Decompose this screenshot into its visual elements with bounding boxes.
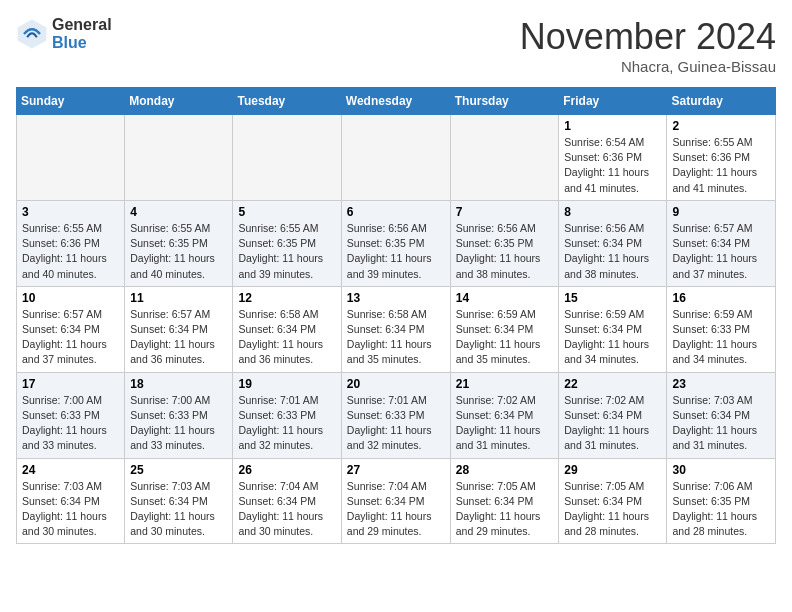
calendar-cell bbox=[125, 115, 233, 201]
day-info: Sunrise: 7:01 AM Sunset: 6:33 PM Dayligh… bbox=[347, 393, 445, 454]
day-info: Sunrise: 7:04 AM Sunset: 6:34 PM Dayligh… bbox=[347, 479, 445, 540]
day-number: 14 bbox=[456, 291, 554, 305]
day-number: 26 bbox=[238, 463, 335, 477]
day-number: 19 bbox=[238, 377, 335, 391]
day-info: Sunrise: 6:57 AM Sunset: 6:34 PM Dayligh… bbox=[130, 307, 227, 368]
calendar-week-5: 24Sunrise: 7:03 AM Sunset: 6:34 PM Dayli… bbox=[17, 458, 776, 544]
day-info: Sunrise: 7:03 AM Sunset: 6:34 PM Dayligh… bbox=[22, 479, 119, 540]
day-info: Sunrise: 6:56 AM Sunset: 6:35 PM Dayligh… bbox=[347, 221, 445, 282]
day-info: Sunrise: 6:58 AM Sunset: 6:34 PM Dayligh… bbox=[347, 307, 445, 368]
day-number: 5 bbox=[238, 205, 335, 219]
calendar-cell: 4Sunrise: 6:55 AM Sunset: 6:35 PM Daylig… bbox=[125, 200, 233, 286]
calendar-cell: 11Sunrise: 6:57 AM Sunset: 6:34 PM Dayli… bbox=[125, 286, 233, 372]
day-number: 8 bbox=[564, 205, 661, 219]
calendar-cell: 30Sunrise: 7:06 AM Sunset: 6:35 PM Dayli… bbox=[667, 458, 776, 544]
logo-general: General bbox=[52, 16, 112, 34]
calendar-cell bbox=[341, 115, 450, 201]
day-number: 2 bbox=[672, 119, 770, 133]
day-header-wednesday: Wednesday bbox=[341, 88, 450, 115]
day-number: 28 bbox=[456, 463, 554, 477]
day-info: Sunrise: 7:03 AM Sunset: 6:34 PM Dayligh… bbox=[672, 393, 770, 454]
calendar-week-4: 17Sunrise: 7:00 AM Sunset: 6:33 PM Dayli… bbox=[17, 372, 776, 458]
day-info: Sunrise: 6:58 AM Sunset: 6:34 PM Dayligh… bbox=[238, 307, 335, 368]
calendar-table: SundayMondayTuesdayWednesdayThursdayFrid… bbox=[16, 87, 776, 544]
day-header-thursday: Thursday bbox=[450, 88, 559, 115]
calendar-cell: 3Sunrise: 6:55 AM Sunset: 6:36 PM Daylig… bbox=[17, 200, 125, 286]
day-header-saturday: Saturday bbox=[667, 88, 776, 115]
calendar-cell: 22Sunrise: 7:02 AM Sunset: 6:34 PM Dayli… bbox=[559, 372, 667, 458]
day-info: Sunrise: 7:02 AM Sunset: 6:34 PM Dayligh… bbox=[456, 393, 554, 454]
day-header-sunday: Sunday bbox=[17, 88, 125, 115]
calendar-cell bbox=[233, 115, 341, 201]
calendar-cell: 17Sunrise: 7:00 AM Sunset: 6:33 PM Dayli… bbox=[17, 372, 125, 458]
day-info: Sunrise: 7:02 AM Sunset: 6:34 PM Dayligh… bbox=[564, 393, 661, 454]
calendar-cell: 16Sunrise: 6:59 AM Sunset: 6:33 PM Dayli… bbox=[667, 286, 776, 372]
day-number: 23 bbox=[672, 377, 770, 391]
day-header-tuesday: Tuesday bbox=[233, 88, 341, 115]
day-info: Sunrise: 6:55 AM Sunset: 6:35 PM Dayligh… bbox=[130, 221, 227, 282]
day-info: Sunrise: 7:05 AM Sunset: 6:34 PM Dayligh… bbox=[456, 479, 554, 540]
calendar-cell: 27Sunrise: 7:04 AM Sunset: 6:34 PM Dayli… bbox=[341, 458, 450, 544]
day-header-friday: Friday bbox=[559, 88, 667, 115]
calendar-cell: 25Sunrise: 7:03 AM Sunset: 6:34 PM Dayli… bbox=[125, 458, 233, 544]
calendar-cell: 23Sunrise: 7:03 AM Sunset: 6:34 PM Dayli… bbox=[667, 372, 776, 458]
location: Nhacra, Guinea-Bissau bbox=[520, 58, 776, 75]
day-number: 11 bbox=[130, 291, 227, 305]
calendar-cell: 13Sunrise: 6:58 AM Sunset: 6:34 PM Dayli… bbox=[341, 286, 450, 372]
calendar-cell: 2Sunrise: 6:55 AM Sunset: 6:36 PM Daylig… bbox=[667, 115, 776, 201]
calendar-cell bbox=[450, 115, 559, 201]
title-block: November 2024 Nhacra, Guinea-Bissau bbox=[520, 16, 776, 75]
day-info: Sunrise: 6:55 AM Sunset: 6:36 PM Dayligh… bbox=[672, 135, 770, 196]
calendar-cell: 6Sunrise: 6:56 AM Sunset: 6:35 PM Daylig… bbox=[341, 200, 450, 286]
calendar-cell: 8Sunrise: 6:56 AM Sunset: 6:34 PM Daylig… bbox=[559, 200, 667, 286]
calendar-cell: 7Sunrise: 6:56 AM Sunset: 6:35 PM Daylig… bbox=[450, 200, 559, 286]
day-info: Sunrise: 6:54 AM Sunset: 6:36 PM Dayligh… bbox=[564, 135, 661, 196]
day-number: 12 bbox=[238, 291, 335, 305]
calendar-cell: 24Sunrise: 7:03 AM Sunset: 6:34 PM Dayli… bbox=[17, 458, 125, 544]
day-number: 30 bbox=[672, 463, 770, 477]
calendar-cell: 19Sunrise: 7:01 AM Sunset: 6:33 PM Dayli… bbox=[233, 372, 341, 458]
day-number: 1 bbox=[564, 119, 661, 133]
day-info: Sunrise: 7:06 AM Sunset: 6:35 PM Dayligh… bbox=[672, 479, 770, 540]
calendar-cell: 12Sunrise: 6:58 AM Sunset: 6:34 PM Dayli… bbox=[233, 286, 341, 372]
day-info: Sunrise: 7:03 AM Sunset: 6:34 PM Dayligh… bbox=[130, 479, 227, 540]
day-info: Sunrise: 6:57 AM Sunset: 6:34 PM Dayligh… bbox=[22, 307, 119, 368]
day-number: 3 bbox=[22, 205, 119, 219]
calendar-week-3: 10Sunrise: 6:57 AM Sunset: 6:34 PM Dayli… bbox=[17, 286, 776, 372]
day-info: Sunrise: 7:00 AM Sunset: 6:33 PM Dayligh… bbox=[130, 393, 227, 454]
day-number: 6 bbox=[347, 205, 445, 219]
day-info: Sunrise: 6:56 AM Sunset: 6:35 PM Dayligh… bbox=[456, 221, 554, 282]
day-info: Sunrise: 6:59 AM Sunset: 6:33 PM Dayligh… bbox=[672, 307, 770, 368]
calendar-cell: 1Sunrise: 6:54 AM Sunset: 6:36 PM Daylig… bbox=[559, 115, 667, 201]
day-number: 29 bbox=[564, 463, 661, 477]
logo: General Blue bbox=[16, 16, 112, 51]
day-number: 18 bbox=[130, 377, 227, 391]
day-info: Sunrise: 6:55 AM Sunset: 6:35 PM Dayligh… bbox=[238, 221, 335, 282]
day-info: Sunrise: 7:05 AM Sunset: 6:34 PM Dayligh… bbox=[564, 479, 661, 540]
day-number: 20 bbox=[347, 377, 445, 391]
day-info: Sunrise: 7:04 AM Sunset: 6:34 PM Dayligh… bbox=[238, 479, 335, 540]
logo-icon bbox=[16, 18, 48, 50]
calendar-cell: 21Sunrise: 7:02 AM Sunset: 6:34 PM Dayli… bbox=[450, 372, 559, 458]
calendar-cell: 10Sunrise: 6:57 AM Sunset: 6:34 PM Dayli… bbox=[17, 286, 125, 372]
day-number: 10 bbox=[22, 291, 119, 305]
month-title: November 2024 bbox=[520, 16, 776, 58]
calendar-cell: 28Sunrise: 7:05 AM Sunset: 6:34 PM Dayli… bbox=[450, 458, 559, 544]
day-number: 25 bbox=[130, 463, 227, 477]
day-number: 17 bbox=[22, 377, 119, 391]
calendar-week-2: 3Sunrise: 6:55 AM Sunset: 6:36 PM Daylig… bbox=[17, 200, 776, 286]
day-number: 27 bbox=[347, 463, 445, 477]
day-info: Sunrise: 6:55 AM Sunset: 6:36 PM Dayligh… bbox=[22, 221, 119, 282]
day-info: Sunrise: 6:57 AM Sunset: 6:34 PM Dayligh… bbox=[672, 221, 770, 282]
calendar-cell: 5Sunrise: 6:55 AM Sunset: 6:35 PM Daylig… bbox=[233, 200, 341, 286]
calendar-cell: 9Sunrise: 6:57 AM Sunset: 6:34 PM Daylig… bbox=[667, 200, 776, 286]
day-info: Sunrise: 6:59 AM Sunset: 6:34 PM Dayligh… bbox=[456, 307, 554, 368]
day-number: 21 bbox=[456, 377, 554, 391]
day-info: Sunrise: 6:59 AM Sunset: 6:34 PM Dayligh… bbox=[564, 307, 661, 368]
day-number: 15 bbox=[564, 291, 661, 305]
calendar-cell: 26Sunrise: 7:04 AM Sunset: 6:34 PM Dayli… bbox=[233, 458, 341, 544]
day-number: 24 bbox=[22, 463, 119, 477]
day-number: 7 bbox=[456, 205, 554, 219]
calendar-cell: 29Sunrise: 7:05 AM Sunset: 6:34 PM Dayli… bbox=[559, 458, 667, 544]
day-info: Sunrise: 6:56 AM Sunset: 6:34 PM Dayligh… bbox=[564, 221, 661, 282]
